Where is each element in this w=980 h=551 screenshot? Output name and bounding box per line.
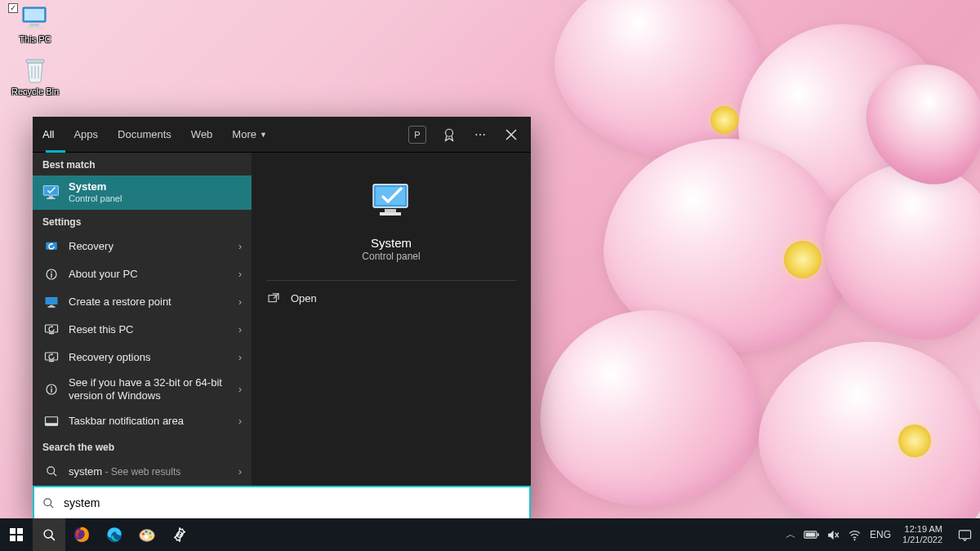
web-result-item[interactable]: system - See web results › — [33, 458, 252, 486]
tab-apps[interactable]: Apps — [64, 117, 108, 153]
settings-item-recovery[interactable]: Recovery › — [33, 233, 252, 260]
tray-volume[interactable] — [822, 518, 844, 551]
best-match-subtitle: Control panel — [69, 193, 122, 204]
settings-item-taskbar-notif[interactable]: Taskbar notification area › — [33, 407, 252, 435]
taskbar-app-settings[interactable] — [163, 518, 196, 551]
settings-item-recovery-options[interactable]: Recovery options › — [33, 344, 252, 371]
taskbar-app-paint[interactable] — [131, 518, 163, 551]
close-icon — [506, 129, 517, 140]
search-input[interactable] — [64, 487, 521, 518]
profile-button[interactable]: P — [408, 126, 426, 144]
search-icon — [42, 528, 56, 542]
svg-rect-49 — [959, 530, 970, 538]
best-match-item[interactable]: System Control panel — [33, 176, 252, 210]
info-icon — [42, 380, 60, 398]
settings-item-restore-point[interactable]: Create a restore point › — [33, 288, 252, 316]
search-icon — [42, 497, 57, 509]
edge-icon — [105, 526, 123, 544]
svg-point-42 — [149, 532, 151, 535]
search-results-list: Best match System Control panel Settings… — [33, 153, 252, 518]
preview-title: System — [371, 236, 412, 250]
search-preview-pane: System Control panel Open — [252, 153, 531, 518]
more-options-button[interactable]: ⋯ — [466, 120, 495, 149]
taskbar-search-button[interactable] — [33, 518, 65, 551]
tab-label: Apps — [74, 128, 98, 140]
svg-rect-2 — [29, 24, 39, 26]
tab-web[interactable]: Web — [181, 117, 223, 153]
language-label: ENG — [870, 529, 891, 540]
svg-rect-32 — [10, 528, 16, 534]
web-result-label: system - See web results — [69, 465, 230, 478]
chevron-right-icon: › — [238, 324, 242, 335]
svg-point-21 — [51, 386, 52, 388]
svg-rect-34 — [10, 535, 16, 541]
svg-rect-13 — [46, 297, 58, 304]
badge-icon — [442, 127, 457, 142]
close-button[interactable] — [497, 120, 526, 149]
svg-rect-47 — [806, 533, 816, 537]
taskbar-app-firefox[interactable] — [65, 518, 98, 551]
taskbar-app-edge[interactable] — [98, 518, 131, 551]
svg-rect-3 — [26, 26, 42, 29]
svg-rect-27 — [385, 209, 396, 212]
item-label: See if you have a 32-bit or 64-bit versi… — [69, 376, 230, 402]
action-label: Open — [291, 292, 317, 304]
gear-icon — [172, 527, 188, 543]
tray-clock[interactable]: 12:19 AM 1/21/2022 — [896, 524, 949, 545]
rewards-button[interactable] — [434, 120, 464, 149]
svg-rect-28 — [380, 212, 401, 216]
desktop-icon-label: Recycle Bin — [11, 87, 59, 96]
svg-point-41 — [145, 531, 147, 533]
desktop-icon-this-pc[interactable]: ✓ This PC — [7, 2, 64, 46]
desktop-icon-recycle-bin[interactable]: Recycle Bin — [7, 54, 64, 98]
reset-icon — [42, 349, 60, 367]
tab-documents[interactable]: Documents — [108, 117, 181, 153]
svg-point-36 — [44, 530, 52, 538]
tray-language[interactable]: ENG — [865, 529, 896, 540]
windows-icon — [10, 528, 23, 541]
section-best-match: Best match — [33, 153, 252, 176]
search-icon — [42, 463, 60, 481]
item-label: About your PC — [69, 268, 230, 281]
settings-item-bitness[interactable]: See if you have a 32-bit or 64-bit versi… — [33, 371, 252, 407]
preview-action-open[interactable]: Open — [252, 281, 531, 315]
tab-label: Web — [191, 128, 213, 140]
time-label: 12:19 AM — [905, 524, 942, 535]
section-settings: Settings — [33, 210, 252, 233]
firefox-icon — [73, 526, 91, 544]
paint-icon — [138, 526, 156, 544]
volume-mute-icon — [826, 528, 840, 542]
svg-point-5 — [446, 129, 453, 136]
svg-rect-33 — [17, 528, 23, 534]
svg-rect-14 — [50, 304, 54, 306]
svg-point-40 — [142, 532, 145, 535]
chevron-right-icon: › — [238, 384, 242, 395]
tab-all[interactable]: All — [33, 117, 64, 153]
tray-overflow[interactable]: ︿ — [780, 518, 801, 551]
start-button[interactable] — [0, 518, 33, 551]
tray-notifications[interactable] — [949, 518, 980, 551]
svg-point-25 — [47, 467, 54, 474]
svg-rect-22 — [51, 388, 51, 392]
svg-rect-8 — [47, 198, 55, 198]
info-icon — [42, 265, 60, 283]
tray-battery[interactable] — [801, 518, 822, 551]
settings-item-reset-pc[interactable]: Reset this PC › — [33, 316, 252, 344]
tab-more[interactable]: More▼ — [222, 117, 277, 153]
checkbox-icon: ✓ — [8, 3, 18, 13]
svg-rect-12 — [51, 273, 51, 277]
svg-point-48 — [853, 539, 855, 540]
svg-point-11 — [51, 271, 52, 273]
pc-icon — [20, 3, 50, 33]
chevron-right-icon: › — [238, 352, 242, 363]
system-large-icon — [368, 179, 414, 224]
settings-item-about[interactable]: About your PC › — [33, 260, 252, 288]
search-input-container[interactable] — [33, 486, 531, 518]
tray-network[interactable] — [844, 518, 865, 551]
chevron-right-icon: › — [238, 296, 242, 308]
svg-rect-4 — [26, 60, 44, 63]
svg-rect-7 — [49, 196, 53, 198]
svg-rect-17 — [49, 332, 54, 334]
tab-label: All — [42, 128, 54, 140]
date-label: 1/21/2022 — [902, 535, 942, 545]
